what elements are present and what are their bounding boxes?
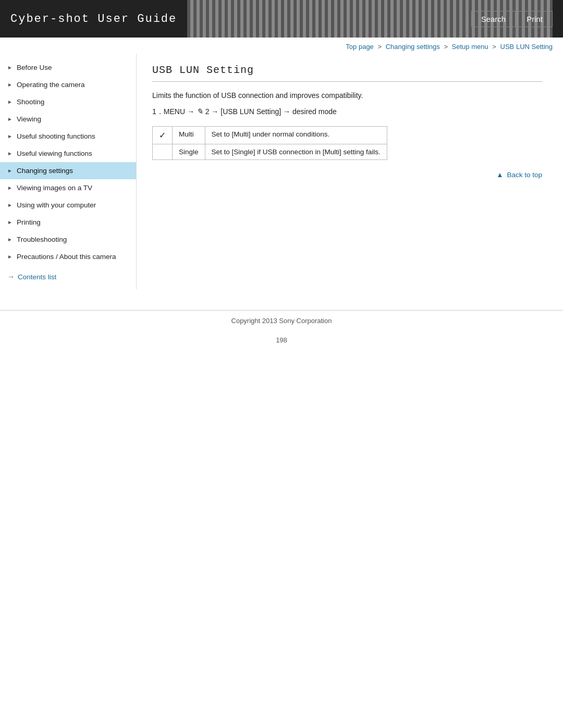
desc-cell-multi: Set to [Multi] under normal conditions. bbox=[205, 127, 387, 144]
app-title: Cyber-shot User Guide bbox=[10, 13, 177, 26]
sidebar-item-label: Before Use bbox=[17, 64, 52, 71]
chevron-right-icon: ► bbox=[7, 65, 13, 70]
sidebar-item-using-computer[interactable]: ► Using with your computer bbox=[0, 196, 136, 214]
chevron-right-icon: ► bbox=[7, 237, 13, 242]
sidebar-item-changing-settings[interactable]: ► Changing settings bbox=[0, 162, 136, 179]
breadcrumb-usb-lun[interactable]: USB LUN Setting bbox=[500, 43, 553, 51]
sidebar-item-useful-viewing[interactable]: ► Useful viewing functions bbox=[0, 145, 136, 162]
page-title: USB LUN Setting bbox=[152, 64, 542, 82]
print-button[interactable]: Print bbox=[517, 11, 553, 27]
sidebar-item-shooting[interactable]: ► Shooting bbox=[0, 93, 136, 110]
content-area: USB LUN Setting Limits the function of U… bbox=[137, 54, 563, 189]
sidebar-item-before-use[interactable]: ► Before Use bbox=[0, 59, 136, 76]
sidebar-item-troubleshooting[interactable]: ► Troubleshooting bbox=[0, 231, 136, 248]
chevron-right-icon: ► bbox=[7, 185, 13, 191]
breadcrumb-changing-settings[interactable]: Changing settings bbox=[386, 43, 440, 51]
sidebar-item-label: Viewing bbox=[17, 115, 41, 123]
chevron-right-icon: ► bbox=[7, 116, 13, 122]
mode-cell-single: Single bbox=[173, 144, 205, 160]
chevron-right-icon: ► bbox=[7, 82, 13, 88]
sidebar: ► Before Use ► Operating the camera ► Sh… bbox=[0, 54, 137, 289]
sidebar-footer: → Contents list bbox=[0, 265, 136, 284]
footer: Copyright 2013 Sony Corporation bbox=[0, 310, 563, 331]
back-to-top-label: Back to top bbox=[507, 171, 542, 179]
sidebar-item-label: Useful viewing functions bbox=[17, 150, 92, 157]
sidebar-item-viewing-tv[interactable]: ► Viewing images on a TV bbox=[0, 179, 136, 196]
sidebar-item-label: Shooting bbox=[17, 98, 44, 106]
sidebar-item-operating[interactable]: ► Operating the camera bbox=[0, 76, 136, 93]
page-description: Limits the function of USB connection an… bbox=[152, 91, 542, 100]
chevron-right-icon: ► bbox=[7, 254, 13, 260]
sidebar-item-label: Changing settings bbox=[17, 167, 73, 175]
chevron-right-icon: ► bbox=[7, 219, 13, 225]
copyright-text: Copyright 2013 Sony Corporation bbox=[231, 317, 332, 325]
sidebar-item-label: Using with your computer bbox=[17, 201, 96, 209]
back-to-top: ▲ Back to top bbox=[152, 170, 542, 179]
sidebar-item-label: Operating the camera bbox=[17, 81, 85, 89]
check-cell-empty bbox=[153, 144, 173, 160]
sidebar-item-useful-shooting[interactable]: ► Useful shooting functions bbox=[0, 128, 136, 145]
settings-table: ✓ Multi Set to [Multi] under normal cond… bbox=[152, 126, 387, 160]
back-to-top-link[interactable]: ▲ Back to top bbox=[496, 171, 542, 179]
sidebar-item-label: Troubleshooting bbox=[17, 236, 67, 243]
header-actions: Search Print bbox=[471, 11, 553, 27]
chevron-right-icon: ► bbox=[7, 133, 13, 139]
mode-cell-multi: Multi bbox=[173, 127, 205, 144]
arrow-right-icon: → bbox=[7, 273, 15, 281]
sidebar-item-label: Viewing images on a TV bbox=[17, 184, 92, 192]
breadcrumb-setup-menu[interactable]: Setup menu bbox=[452, 43, 488, 51]
sidebar-item-precautions[interactable]: ► Precautions / About this camera bbox=[0, 248, 136, 265]
check-cell: ✓ bbox=[153, 127, 173, 144]
sidebar-item-label: Useful shooting functions bbox=[17, 132, 95, 140]
breadcrumb-top-page[interactable]: Top page bbox=[346, 43, 374, 51]
table-row: Single Set to [Single] if USB connection… bbox=[153, 144, 387, 160]
chevron-right-icon: ► bbox=[7, 151, 13, 156]
sidebar-item-printing[interactable]: ► Printing bbox=[0, 214, 136, 231]
table-row: ✓ Multi Set to [Multi] under normal cond… bbox=[153, 127, 387, 144]
triangle-up-icon: ▲ bbox=[496, 171, 503, 179]
header: Cyber-shot User Guide Search Print bbox=[0, 0, 563, 38]
breadcrumb: Top page > Changing settings > Setup men… bbox=[0, 38, 563, 54]
breadcrumb-sep-2: > bbox=[444, 43, 449, 51]
contents-list-link[interactable]: Contents list bbox=[18, 273, 56, 281]
search-button[interactable]: Search bbox=[471, 11, 516, 27]
chevron-right-icon: ► bbox=[7, 202, 13, 208]
breadcrumb-sep-1: > bbox=[377, 43, 383, 51]
chevron-right-icon: ► bbox=[7, 99, 13, 105]
step-instruction: 1．MENU → ✎ 2 → [USB LUN Setting] → desir… bbox=[152, 107, 542, 117]
chevron-right-icon: ► bbox=[7, 168, 13, 174]
sidebar-item-label: Precautions / About this camera bbox=[17, 253, 116, 261]
sidebar-item-viewing[interactable]: ► Viewing bbox=[0, 110, 136, 128]
page-number: 198 bbox=[0, 331, 563, 349]
main-layout: ► Before Use ► Operating the camera ► Sh… bbox=[0, 54, 563, 300]
breadcrumb-sep-3: > bbox=[492, 43, 498, 51]
desc-cell-single: Set to [Single] if USB connection in [Mu… bbox=[205, 144, 387, 160]
sidebar-item-label: Printing bbox=[17, 218, 41, 226]
menu-icon: ✎ bbox=[197, 107, 203, 116]
